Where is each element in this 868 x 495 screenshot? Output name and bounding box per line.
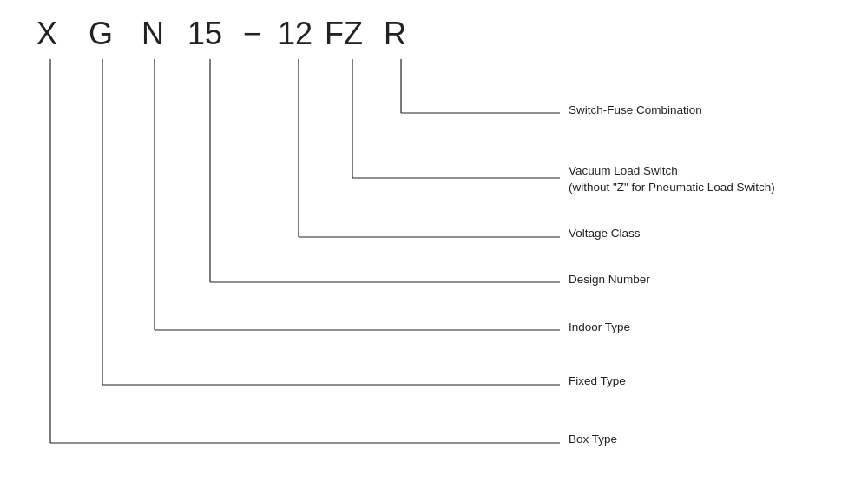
diagram-lines — [0, 0, 868, 495]
